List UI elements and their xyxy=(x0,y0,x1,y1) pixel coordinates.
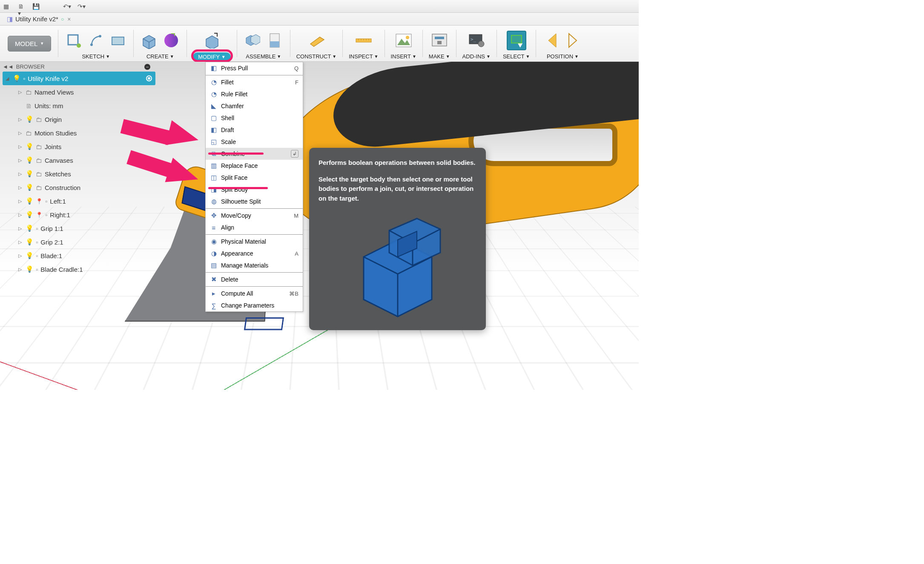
bulb-icon[interactable]: 💡 xyxy=(26,211,33,219)
menu-item-scale[interactable]: ◱Scale xyxy=(206,136,303,148)
ribbon-label-construct[interactable]: CONSTRUCT xyxy=(296,53,331,60)
menu-item-replace-face[interactable]: ▥Replace Face xyxy=(206,160,303,172)
tree-item[interactable]: ▷💡🗀Sketches xyxy=(3,167,155,181)
menu-item-fillet[interactable]: ◔FilletF xyxy=(206,76,303,88)
select-box-icon[interactable] xyxy=(507,31,526,50)
expand-icon[interactable]: ▷ xyxy=(17,267,23,272)
expand-icon[interactable]: ▷ xyxy=(17,144,23,150)
menu-item-silhouette-split[interactable]: ◍Silhouette Split xyxy=(206,196,303,207)
mirror-left-icon[interactable] xyxy=(542,31,561,50)
tree-item[interactable]: ▷💡▫Grip 2:1 xyxy=(3,235,155,249)
ribbon-label-sketch[interactable]: SKETCH xyxy=(82,53,104,60)
tree-item[interactable]: ▷💡▫Blade Cradle:1 xyxy=(3,262,155,276)
menu-item-press-pull[interactable]: ◧Press PullQ xyxy=(206,62,303,74)
menu-item-icon: ◫ xyxy=(210,174,218,181)
tree-item[interactable]: ▷💡▫Blade:1 xyxy=(3,249,155,262)
bulb-icon[interactable]: 💡 xyxy=(26,238,33,246)
browser-minimize-button[interactable]: – xyxy=(144,64,150,70)
menu-item-split-body[interactable]: ◨Split Body xyxy=(206,184,303,196)
menu-item-icon: ◧ xyxy=(210,64,218,72)
ribbon-label-addins[interactable]: ADD-INS xyxy=(462,53,485,60)
script-icon[interactable]: >_ xyxy=(467,31,486,50)
menu-item-physical-material[interactable]: ◉Physical Material xyxy=(206,236,303,247)
browser-collapse-icon[interactable]: ◄◄ xyxy=(3,63,14,70)
bulb-icon[interactable]: 💡 xyxy=(13,75,20,82)
menu-item-split-face[interactable]: ◫Split Face xyxy=(206,172,303,184)
expand-icon[interactable]: ▷ xyxy=(17,253,23,259)
expand-icon[interactable]: ▷ xyxy=(17,117,23,122)
tree-item[interactable]: ▷💡📍▫Right:1 xyxy=(3,208,155,222)
tree-item[interactable]: ▷💡🗀Construction xyxy=(3,181,155,194)
expand-icon[interactable]: ▷ xyxy=(17,199,23,204)
bulb-icon[interactable]: 💡 xyxy=(26,143,33,150)
menu-item-icon: ✥ xyxy=(210,212,218,219)
presspull-icon[interactable] xyxy=(203,31,221,49)
ribbon-label-select[interactable]: SELECT xyxy=(503,53,525,60)
asbuilt-icon[interactable] xyxy=(265,31,284,50)
bulb-icon[interactable]: 💡 xyxy=(26,197,33,205)
expand-icon[interactable]: ▷ xyxy=(17,212,23,218)
mirror-right-icon[interactable] xyxy=(564,31,583,50)
ribbon-label-create[interactable]: CREATE xyxy=(146,53,169,60)
menu-item-appearance[interactable]: ◑AppearanceA xyxy=(206,247,303,259)
tree-root[interactable]: ◢ 💡 ▫ Utility Knife v2 xyxy=(3,72,155,85)
document-tab[interactable]: ◨ Utility Knife v2* ○ × xyxy=(3,14,75,25)
grid-icon[interactable]: ▦ xyxy=(3,3,10,10)
menu-item-chamfer[interactable]: ◣Chamfer xyxy=(206,100,303,112)
menu-item-shell[interactable]: ▢Shell xyxy=(206,112,303,124)
joint-icon[interactable] xyxy=(243,31,262,50)
sketch-spline-icon[interactable] xyxy=(86,31,105,50)
new-doc-icon[interactable]: 🗎▾ xyxy=(18,3,25,10)
menu-item-rule-fillet[interactable]: ◔Rule Fillet xyxy=(206,88,303,100)
bulb-icon[interactable]: 💡 xyxy=(26,115,33,123)
expand-icon[interactable]: ▷ xyxy=(17,130,23,136)
print3d-icon[interactable] xyxy=(430,31,449,50)
plane-icon[interactable] xyxy=(307,31,326,50)
save-icon[interactable]: 💾 xyxy=(32,3,39,10)
expand-icon[interactable]: ▷ xyxy=(17,171,23,177)
tab-close-button[interactable]: × xyxy=(67,16,71,23)
bulb-icon[interactable]: 💡 xyxy=(26,224,33,232)
sketch-create-icon[interactable] xyxy=(64,31,83,50)
expand-icon[interactable]: ▷ xyxy=(17,239,23,245)
ribbon-label-make[interactable]: MAKE xyxy=(429,53,445,60)
tree-item[interactable]: ▷🗀Named Views xyxy=(3,85,155,99)
menu-item-manage-materials[interactable]: ▤Manage Materials xyxy=(206,259,303,271)
menu-item-change-parameters[interactable]: ∑Change Parameters xyxy=(206,299,303,311)
menu-item-align[interactable]: ≡Align xyxy=(206,222,303,233)
bulb-icon[interactable]: 💡 xyxy=(26,184,33,191)
annotation-splitbody-underline xyxy=(208,187,268,189)
sketch-rect-icon[interactable] xyxy=(109,31,127,50)
viewport[interactable]: ◄◄ BROWSER – ◢ 💡 ▫ Utility Knife v2 ▷🗀Na… xyxy=(0,62,639,390)
menu-item-compute-all[interactable]: ▸Compute All⌘B xyxy=(206,288,303,299)
ribbon-label-position[interactable]: POSITION xyxy=(547,53,573,60)
active-component-radio[interactable] xyxy=(146,75,152,81)
bulb-icon[interactable]: 💡 xyxy=(26,252,33,259)
expand-icon[interactable]: ▷ xyxy=(17,185,23,190)
undo-icon[interactable]: ↶▾ xyxy=(63,3,70,10)
ribbon-label-insert[interactable]: INSERT xyxy=(391,53,411,60)
menu-item-label: Fillet xyxy=(221,79,234,86)
expand-icon[interactable]: ▷ xyxy=(17,89,23,95)
sweep-icon[interactable] xyxy=(162,31,181,50)
bulb-icon[interactable]: 💡 xyxy=(26,170,33,178)
menu-item-move-copy[interactable]: ✥Move/CopyM xyxy=(206,210,303,222)
ribbon-label-inspect[interactable]: INSPECT xyxy=(349,53,373,60)
expand-icon[interactable]: ▷ xyxy=(17,226,23,231)
workspace-switcher[interactable]: MODEL ▼ xyxy=(8,36,51,51)
bulb-icon[interactable]: 💡 xyxy=(26,156,33,164)
expand-icon[interactable]: ◢ xyxy=(4,76,10,81)
tree-item[interactable]: 🗎Units: mm xyxy=(3,99,155,112)
image-icon[interactable] xyxy=(394,31,413,50)
tree-item[interactable]: ▷💡📍▫Left:1 xyxy=(3,194,155,208)
menu-item-draft[interactable]: ◧Draft xyxy=(206,124,303,136)
menu-item-delete[interactable]: ✖Delete xyxy=(206,273,303,285)
redo-icon[interactable]: ↷▾ xyxy=(77,3,84,10)
ribbon-label-modify[interactable]: MODIFY▼ xyxy=(193,52,230,61)
bulb-icon[interactable]: 💡 xyxy=(26,265,33,273)
measure-icon[interactable] xyxy=(354,31,373,50)
tree-item[interactable]: ▷💡▫Grip 1:1 xyxy=(3,222,155,235)
expand-icon[interactable]: ▷ xyxy=(17,158,23,163)
extrude-icon[interactable] xyxy=(140,31,158,50)
ribbon-label-assemble[interactable]: ASSEMBLE xyxy=(246,53,275,60)
